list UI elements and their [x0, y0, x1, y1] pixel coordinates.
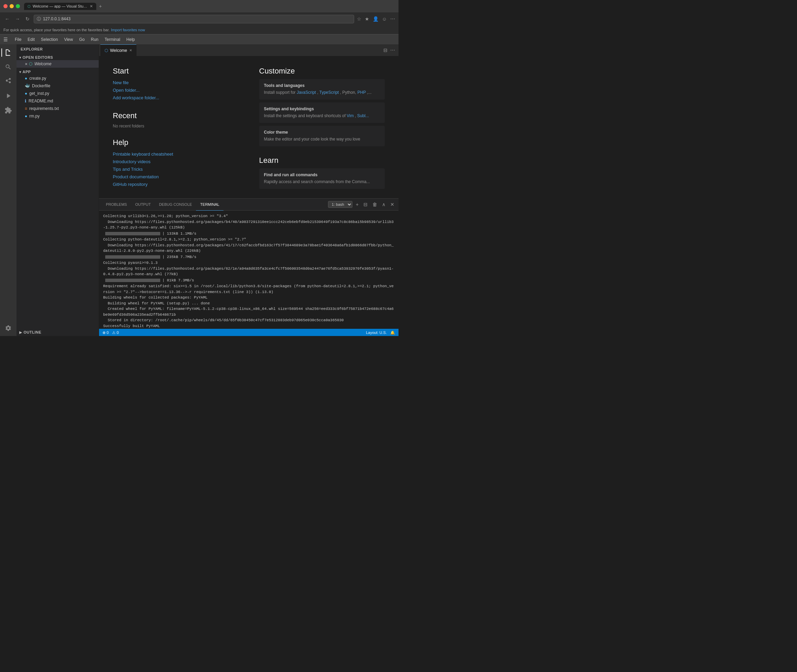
file-rm-py[interactable]: ● rm.py	[16, 112, 99, 120]
window-close-button[interactable]	[3, 4, 8, 8]
bell-status[interactable]: 🔔	[390, 331, 395, 335]
tips-tricks-link[interactable]: Tips and Tricks	[113, 166, 239, 173]
help-title: Help	[113, 138, 239, 147]
profile-icon[interactable]: 👤	[373, 16, 378, 22]
statusbar-right: Layout: U.S. 🔔	[366, 331, 395, 335]
app-section-header[interactable]: ▾ APP	[16, 69, 99, 75]
product-docs-link[interactable]: Product documentation	[113, 173, 239, 181]
menu-run[interactable]: Run	[88, 37, 101, 43]
menu-selection[interactable]: Selection	[38, 37, 61, 43]
create-py-label: create.py	[29, 76, 46, 81]
menu-terminal[interactable]: Terminal	[102, 37, 123, 43]
tab-close-icon[interactable]: ✕	[90, 4, 93, 9]
new-terminal-button[interactable]: +	[354, 201, 360, 208]
php-link[interactable]: PHP	[357, 90, 366, 95]
window-minimize-button[interactable]	[10, 4, 14, 8]
back-button[interactable]: ←	[3, 16, 11, 22]
menu-go[interactable]: Go	[76, 37, 87, 43]
github-repo-link[interactable]: GitHub repository	[113, 181, 239, 188]
settings-comma: ,	[355, 114, 357, 118]
new-tab-button[interactable]: +	[99, 3, 102, 9]
hamburger-menu-icon[interactable]: ☰	[3, 37, 8, 42]
open-folder-link[interactable]: Open folder...	[113, 86, 239, 94]
welcome-tab-favicon: ⬡	[104, 48, 108, 53]
terminal-tab-label: TERMINAL	[200, 202, 220, 206]
address-bar[interactable]: ⓘ 127.0.0.1:8443	[34, 15, 354, 23]
window-maximize-button[interactable]	[16, 4, 20, 8]
open-editor-welcome[interactable]: ✕ ⬡ Welcome	[16, 60, 99, 68]
open-editors-header[interactable]: ▾ OPEN EDITORS	[16, 54, 99, 60]
terminal-line-4: Downloading https://files.pythonhosted.o…	[103, 243, 394, 254]
open-editors-label: OPEN EDITORS	[23, 55, 53, 59]
terminal-line-12: Successfully built PyYAML	[103, 323, 394, 329]
sidebar: Explorer ▾ OPEN EDITORS ✕ ⬡ Welcome ▾ AP…	[16, 44, 99, 336]
welcome-tab[interactable]: ⬡ Welcome ✕	[100, 44, 136, 56]
editor-area: ⬡ Welcome ✕ ⊟ ⋯ Start New file	[99, 44, 399, 336]
browser-tab-label: Welcome — app — Visual Studio Code	[33, 4, 88, 8]
output-tab[interactable]: OUTPUT	[131, 198, 155, 211]
new-file-link[interactable]: New file	[113, 79, 239, 86]
terminal-tab-active[interactable]: TERMINAL	[196, 198, 223, 211]
split-editor-button[interactable]: ⊟	[383, 47, 388, 54]
terminal-line-9: Building wheel for PyYAML (setup.py) ...…	[103, 301, 394, 306]
file-requirements-txt[interactable]: ≡ requirements.txt	[16, 105, 99, 112]
progress-bar-1	[105, 232, 160, 235]
browser-tab-active[interactable]: ⬡ Welcome — app — Visual Studio Code ✕	[24, 3, 96, 10]
reading-list-icon[interactable]: ★	[365, 16, 369, 22]
settings-activity-icon[interactable]	[2, 321, 15, 335]
outline-header[interactable]: ▶ OUTLINE	[16, 330, 99, 335]
color-theme-card: Color theme Make the editor and your cod…	[259, 126, 385, 146]
javascript-link[interactable]: JavaScript	[297, 90, 316, 95]
vscode-titlebar: ☰ File Edit Selection View Go Run Termin…	[0, 35, 399, 44]
menu-file[interactable]: File	[12, 37, 24, 43]
welcome-left-column: Start New file Open folder... Add worksp…	[113, 67, 239, 198]
get-inst-py-label: get_inst.py	[29, 91, 49, 96]
file-readme-md[interactable]: ℹ README.md	[16, 97, 99, 105]
terminal-line-7: Requirement already satisfied: six>=1.5 …	[103, 283, 394, 295]
address-info-icon: ⓘ	[37, 16, 41, 22]
explorer-activity-icon[interactable]	[2, 46, 15, 59]
file-dockerfile[interactable]: 🐳 Dockerfile	[16, 82, 99, 90]
bash-select[interactable]: 1: bash	[328, 201, 353, 208]
problems-tab[interactable]: PROBLEMS	[102, 198, 131, 211]
extensions-activity-icon[interactable]	[2, 103, 15, 117]
bookmark-icon[interactable]: ☆	[357, 16, 361, 22]
layout-status[interactable]: Layout: U.S.	[366, 331, 387, 334]
forward-button[interactable]: →	[14, 16, 21, 22]
source-control-activity-icon[interactable]	[2, 75, 15, 88]
file-create-py[interactable]: ● create.py	[16, 75, 99, 82]
vim-link[interactable]: Vim	[346, 114, 353, 118]
welcome-right-column: Customize Tools and languages Install su…	[259, 67, 385, 198]
split-terminal-button[interactable]: ⊟	[362, 201, 369, 208]
search-activity-icon[interactable]	[2, 60, 15, 74]
menu-edit[interactable]: Edit	[25, 37, 37, 43]
sublime-link[interactable]: Subl...	[357, 114, 369, 118]
app-chevron: ▾	[19, 70, 21, 74]
delete-terminal-button[interactable]: 🗑	[371, 201, 378, 208]
tools-languages-title: Tools and languages	[264, 83, 380, 88]
typescript-link[interactable]: TypeScript	[319, 90, 339, 95]
keyboard-cheatsheet-link[interactable]: Printable keyboard cheatsheet	[113, 150, 239, 158]
run-debug-activity-icon[interactable]	[2, 89, 15, 103]
terminal-line-6: Downloading https://files.pythonhosted.o…	[103, 266, 394, 277]
customize-title: Customize	[259, 67, 385, 75]
menu-help[interactable]: Help	[124, 37, 138, 43]
add-workspace-link[interactable]: Add workspace folder...	[113, 94, 239, 102]
browser-nav: ← → ↻ ⓘ 127.0.0.1:8443 ☆ ★ 👤 ☺ ⋯	[0, 12, 399, 26]
menu-view[interactable]: View	[61, 37, 75, 43]
start-title: Start	[113, 67, 239, 75]
introductory-videos-link[interactable]: Introductory videos	[113, 158, 239, 166]
editor-close-icon[interactable]: ✕	[25, 62, 27, 66]
import-favorites-link[interactable]: Import favorites now	[111, 28, 145, 32]
smiley-icon[interactable]: ☺	[382, 16, 387, 22]
more-actions-button[interactable]: ⋯	[390, 47, 396, 54]
debug-console-tab[interactable]: DEBUG CONSOLE	[155, 198, 196, 211]
refresh-button[interactable]: ↻	[24, 16, 31, 22]
welcome-tab-close-icon[interactable]: ✕	[129, 48, 132, 52]
errors-status[interactable]: ⊗ 0	[103, 331, 109, 335]
more-menu-icon[interactable]: ⋯	[390, 16, 395, 22]
warnings-status[interactable]: ⚠ 0	[112, 331, 119, 335]
file-get-inst-py[interactable]: ● get_inst.py	[16, 90, 99, 97]
close-terminal-button[interactable]: ✕	[389, 201, 396, 208]
maximize-terminal-button[interactable]: ∧	[381, 201, 387, 208]
